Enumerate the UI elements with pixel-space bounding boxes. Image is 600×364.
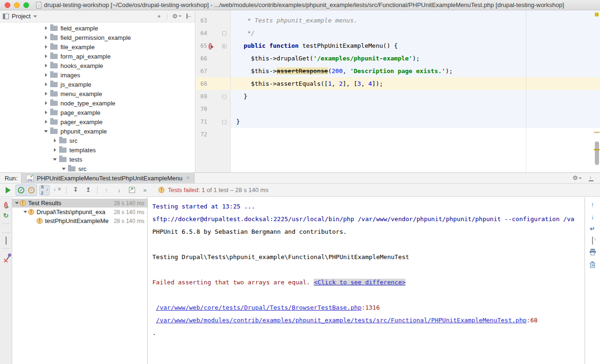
- code-line[interactable]: }: [231, 90, 600, 103]
- project-panel-title[interactable]: Project: [12, 13, 30, 20]
- code-line[interactable]: $this->assertResponse(200, 'Description …: [231, 65, 600, 77]
- console-link[interactable]: <Click to see difference>: [314, 279, 405, 286]
- sort-alphabetically-toggle[interactable]: ↓: [39, 185, 50, 195]
- chevron-right-icon[interactable]: [43, 36, 49, 39]
- tree-item-js_example[interactable]: js_example: [0, 80, 195, 89]
- up-the-stack-trace-button[interactable]: ↑: [591, 201, 594, 208]
- tree-item-field_permission_example[interactable]: field_permission_example: [0, 33, 195, 42]
- test-tree-row[interactable]: Drupal\Tests\phpunit_exa28 s 140 ms: [12, 208, 147, 216]
- tree-item-images[interactable]: images: [0, 70, 195, 80]
- chevron-down-icon[interactable]: [22, 211, 28, 213]
- tree-item-page_example[interactable]: page_example: [0, 108, 195, 117]
- fold-marker-icon[interactable]: −: [222, 31, 226, 36]
- open-results-button[interactable]: [592, 237, 593, 244]
- error-stripe[interactable]: [593, 10, 600, 172]
- collapse-all-button[interactable]: [83, 185, 93, 195]
- tree-item-pager_example[interactable]: pager_example: [0, 117, 195, 126]
- tree-item-form_api_example[interactable]: form_api_example: [0, 52, 195, 61]
- editor-line-65: 65!∨ public function testPhpUnitExampleM…: [196, 39, 600, 52]
- editor-scrollbar-thumb[interactable]: [595, 141, 599, 165]
- hide-panel-icon[interactable]: [186, 13, 192, 19]
- rerun-tests-button[interactable]: [3, 185, 13, 195]
- chevron-right-icon[interactable]: [52, 148, 58, 152]
- restore-layout-button[interactable]: [6, 237, 7, 244]
- chevrons-right-icon: »: [143, 186, 145, 193]
- sort-by-duration-button[interactable]: [52, 185, 62, 195]
- chevron-right-icon[interactable]: [43, 26, 49, 30]
- expand-all-button[interactable]: [70, 185, 81, 195]
- line-number: 71: [196, 119, 207, 125]
- minimize-window-button[interactable]: [14, 2, 20, 8]
- console-link[interactable]: /var/www/web/core/tests/Drupal/Tests/Bro…: [156, 304, 361, 311]
- chevron-right-icon[interactable]: [43, 111, 49, 114]
- code-line[interactable]: [231, 103, 600, 115]
- code-line[interactable]: public function testPhpUnitExampleMenu()…: [231, 39, 600, 52]
- chevron-down-icon[interactable]: [52, 158, 58, 161]
- import-test-results-button[interactable]: [127, 185, 137, 195]
- console-link[interactable]: /var/www/web/modules/contrib/examples/ph…: [156, 317, 527, 324]
- soft-wrap-button[interactable]: ↵: [590, 225, 595, 232]
- run-tab[interactable]: PHPUnitExampleMenuTest.testPhpUnitExampl…: [21, 172, 195, 184]
- tree-item-phpunit_example[interactable]: phpunit_example: [0, 126, 195, 136]
- code-editor[interactable]: 63 * Tests phpunit_example menus.64− */6…: [196, 10, 600, 172]
- fold-marker-icon[interactable]: −: [222, 95, 226, 99]
- chevron-right-icon[interactable]: [43, 45, 49, 49]
- show-passed-toggle[interactable]: ✓: [16, 185, 26, 195]
- folder-icon: [50, 73, 58, 78]
- fold-marker-icon[interactable]: ∨: [222, 44, 226, 48]
- chevron-right-icon[interactable]: [43, 101, 49, 105]
- down-the-stack-trace-button[interactable]: ↓: [591, 213, 594, 221]
- code-line[interactable]: [231, 128, 600, 141]
- code-line[interactable]: */: [231, 27, 600, 39]
- code-line[interactable]: * Tests phpunit_example menus.: [231, 14, 600, 27]
- chevron-right-icon[interactable]: [43, 54, 49, 58]
- chevron-down-icon[interactable]: [61, 168, 67, 170]
- test-tree-row[interactable]: testPhpUnitExampleMe28 s 140 ms: [12, 216, 147, 225]
- project-settings-button[interactable]: [172, 13, 181, 20]
- select-opened-file-icon[interactable]: [156, 13, 162, 20]
- inspections-status-icon[interactable]: [595, 13, 599, 16]
- code-line[interactable]: $this->drupalGet('/examples/phpunit-exam…: [231, 52, 600, 65]
- rerun-button[interactable]: [3, 212, 9, 219]
- stripe-warning-mark[interactable]: [594, 132, 600, 133]
- hide-tool-window-icon[interactable]: [588, 175, 594, 181]
- print-button[interactable]: [589, 249, 596, 257]
- tree-item-tests[interactable]: tests: [0, 155, 195, 164]
- tree-item-src[interactable]: src: [0, 136, 195, 145]
- tree-item-menu_example[interactable]: menu_example: [0, 89, 195, 98]
- chevron-down-icon[interactable]: [33, 15, 37, 17]
- chevron-down-icon[interactable]: [14, 202, 20, 204]
- previous-failed-test-button[interactable]: ↑: [101, 185, 112, 195]
- chevron-right-icon[interactable]: [43, 64, 49, 67]
- chevron-right-icon[interactable]: [43, 73, 49, 77]
- stripe-warning-mark[interactable]: [594, 149, 600, 150]
- fold-marker-icon[interactable]: −: [222, 120, 226, 124]
- chevron-right-icon[interactable]: [43, 82, 49, 86]
- chevron-right-icon[interactable]: [52, 139, 58, 142]
- chevron-right-icon[interactable]: [43, 120, 49, 124]
- show-ignored-toggle[interactable]: ≡: [26, 185, 37, 195]
- tree-item-templates[interactable]: templates: [0, 145, 195, 155]
- zoom-window-button[interactable]: [23, 2, 29, 8]
- editor-gutter: 70: [196, 103, 231, 115]
- run-settings-button[interactable]: [572, 175, 582, 181]
- window-title: drupal-testing-workshop [~/Code/os/drupa…: [44, 1, 564, 8]
- test-failed-gutter-icon[interactable]: !: [209, 43, 212, 50]
- test-tree-row[interactable]: Test Results28 s 140 ms: [12, 199, 147, 208]
- clear-all-button[interactable]: [589, 261, 596, 270]
- tree-item-file_example[interactable]: file_example: [0, 42, 195, 52]
- code-line[interactable]: }: [231, 115, 600, 128]
- code-line[interactable]: $this->assertEquals([1, 2], [3, 4]);: [231, 77, 600, 90]
- rerun-failed-tests-button[interactable]: !: [4, 201, 8, 208]
- close-tab-icon[interactable]: ×: [186, 175, 189, 181]
- tree-item-field_example[interactable]: field_example: [0, 23, 195, 33]
- tree-item-src[interactable]: src: [0, 164, 195, 172]
- chevron-right-icon[interactable]: [43, 92, 49, 96]
- console-line: [152, 263, 585, 276]
- next-failed-test-button[interactable]: ↓: [114, 185, 124, 195]
- tree-item-node_type_example[interactable]: node_type_example: [0, 98, 195, 108]
- more-actions-button[interactable]: »: [139, 185, 150, 195]
- tree-item-hooks_example[interactable]: hooks_example: [0, 61, 195, 70]
- chevron-down-icon[interactable]: [43, 130, 49, 133]
- close-window-button[interactable]: [5, 2, 10, 8]
